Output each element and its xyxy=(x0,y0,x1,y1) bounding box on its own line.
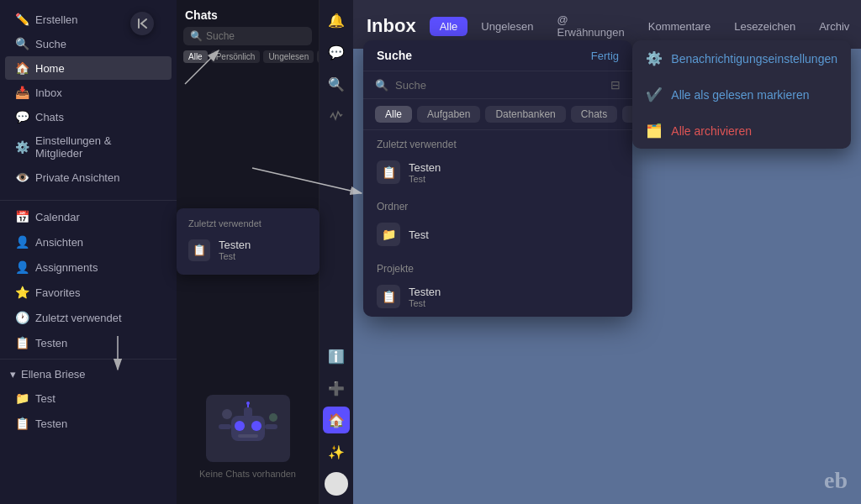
info-strip-item[interactable]: ℹ️ xyxy=(323,343,350,370)
search-icon: 🔍 xyxy=(15,37,29,50)
ordner-title: Ordner xyxy=(377,201,619,213)
ordner-section: Ordner 📁 Test xyxy=(363,192,632,255)
search-overlay-title: Suche xyxy=(377,49,412,62)
search-done-button[interactable]: Fertig xyxy=(591,50,619,62)
sidebar-item-zuletzt[interactable]: 🕐 Zuletzt verwendet xyxy=(5,306,172,329)
dropdown-item-markread[interactable]: ✔️ Alle als gelesen markieren xyxy=(632,76,851,113)
search-filter-icon[interactable]: ⊟ xyxy=(610,78,621,92)
settings-dropdown-icon: ⚙️ xyxy=(646,50,663,66)
chats-empty-text: Keine Chats vorhanden xyxy=(199,469,296,479)
markread-icon: ✔️ xyxy=(646,87,663,102)
rp-item-info: Testen Test xyxy=(219,239,251,261)
svg-point-2 xyxy=(251,421,261,431)
tab-erwahnungen[interactable]: @ Erwähnungen xyxy=(547,10,635,42)
favorites-icon: ⭐ xyxy=(15,286,29,299)
tab-lesezeichen[interactable]: Lesezeichen xyxy=(724,17,806,36)
tab-ungelesen[interactable]: Ungelesen xyxy=(471,17,543,36)
projekte-title: Projekte xyxy=(377,263,619,275)
result-testen-icon: 📋 xyxy=(377,160,400,184)
sf-chats[interactable]: Chats xyxy=(571,106,617,123)
sidebar-item-suche[interactable]: 🔍 Suche xyxy=(5,32,172,55)
filter-ungelesen[interactable]: Ungelesen xyxy=(263,50,314,63)
sidebar-item-test-ws[interactable]: 📁 Test xyxy=(5,386,172,410)
search-input-icon: 🔍 xyxy=(375,79,388,92)
collapse-sidebar-button[interactable] xyxy=(130,12,154,35)
tab-alle[interactable]: Alle xyxy=(430,17,468,36)
archive-icon: 🗂️ xyxy=(646,123,663,139)
search-result-projekte-testen[interactable]: 📋 Testen Test xyxy=(377,280,619,313)
recently-popup: Zuletzt verwendet 📋 Testen Test xyxy=(177,208,320,275)
search-overlay: Suche Fertig 🔍 ⊟ Alle Aufgaben Datenbank… xyxy=(363,40,632,317)
erstellen-icon: ✏️ xyxy=(15,13,29,26)
chats-filter-row: Alle Persönlich Ungelesen Verborgen xyxy=(177,50,319,68)
sidebar-item-inbox[interactable]: 📥 Inbox xyxy=(5,81,172,104)
sparkle-strip-item[interactable]: ✨ xyxy=(323,438,350,465)
sidebar-item-ansichten[interactable]: 👤 Ansichten xyxy=(5,230,172,254)
filter-alle[interactable]: Alle xyxy=(183,50,208,63)
svg-rect-3 xyxy=(238,434,258,438)
filter-persoenlich[interactable]: Persönlich xyxy=(211,50,261,63)
sidebar-item-calendar[interactable]: 📅 Calendar xyxy=(5,205,172,228)
sidebar-item-chats[interactable]: 💬 Chats xyxy=(5,105,172,129)
dropdown-menu: ⚙️ Benachrichtigungseinstellungen ✔️ All… xyxy=(632,40,851,149)
svg-rect-8 xyxy=(265,424,277,429)
sf-ordner[interactable]: Ordner xyxy=(622,106,632,123)
chats-search-input[interactable] xyxy=(206,30,305,42)
tab-archiv[interactable]: Archiv xyxy=(809,17,859,36)
svg-point-10 xyxy=(269,413,277,422)
sidebar-item-einstellungen[interactable]: ⚙️ Einstellungen & Mitglieder xyxy=(5,129,172,165)
circle-strip-item[interactable] xyxy=(325,472,348,496)
sidebar-item-assignments[interactable]: 👤 Assignments xyxy=(5,255,172,279)
user-chevron-icon: ▾ xyxy=(10,368,16,381)
sidebar-item-private[interactable]: 👁️ Private Ansichten xyxy=(5,165,172,189)
sidebar: ✏️ Erstellen 🔍 Suche 🏠 Home 📥 Inbox 💬 Ch… xyxy=(0,0,177,504)
dropdown-item-archive[interactable]: 🗂️ Alle archivieren xyxy=(632,113,851,149)
result-folder-icon: 📁 xyxy=(377,223,400,246)
sf-aufgaben[interactable]: Aufgaben xyxy=(417,106,480,123)
search-filter-row: Alle Aufgaben Datenbanken Chats Ordner D… xyxy=(363,99,632,130)
svg-point-9 xyxy=(222,409,232,419)
search-result-testen[interactable]: 📋 Testen Test xyxy=(377,155,619,189)
projekte-section: Projekte 📋 Testen Test xyxy=(363,255,632,317)
search-input-row: 🔍 ⊟ xyxy=(363,71,632,99)
message-strip-item[interactable]: 💬 xyxy=(323,39,350,66)
sidebar-item-testen[interactable]: 📋 Testen xyxy=(5,331,172,354)
tab-kommentare[interactable]: Kommentare xyxy=(638,17,721,36)
chats-empty-state: Keine Chats vorhanden xyxy=(177,68,319,504)
assignments-icon: 👤 xyxy=(15,260,29,274)
chats-empty-illustration xyxy=(206,395,290,462)
search-result-test-folder[interactable]: 📁 Test xyxy=(377,218,619,251)
home-icon: 🏠 xyxy=(15,61,29,75)
rp-item-icon: 📋 xyxy=(188,239,210,261)
private-icon: 👁️ xyxy=(15,171,29,184)
recently-used-title: Zuletzt verwendet xyxy=(377,139,619,150)
sidebar-item-testen-ws[interactable]: 📋 Testen xyxy=(5,412,172,435)
svg-line-12 xyxy=(141,24,146,28)
svg-line-11 xyxy=(141,19,146,24)
search-strip-item[interactable]: 🔍 xyxy=(323,71,350,97)
recently-popup-item[interactable]: 📋 Testen Test xyxy=(177,234,320,266)
recently-popup-title: Zuletzt verwendet xyxy=(177,217,320,234)
chats-search-box[interactable]: 🔍 xyxy=(183,27,312,45)
sidebar-item-home[interactable]: 🏠 Home xyxy=(5,56,172,80)
sf-datenbanken[interactable]: Datenbanken xyxy=(485,106,565,123)
chats-icon: 💬 xyxy=(15,110,29,123)
search-header: Suche Fertig xyxy=(363,40,632,71)
chats-panel-title: Chats xyxy=(177,0,319,27)
result-projekte-icon: 📋 xyxy=(377,285,400,308)
sf-alle[interactable]: Alle xyxy=(375,106,412,123)
recent-icon: 🕐 xyxy=(15,311,29,324)
result-projekte-info: Testen Test xyxy=(409,286,441,308)
search-overlay-input[interactable] xyxy=(395,79,604,92)
sidebar-item-favorites[interactable]: ⭐ Favorites xyxy=(5,281,172,304)
bell-strip-item[interactable]: 🔔 xyxy=(323,7,350,34)
main-content: Inbox Alle Ungelesen @ Erwähnungen Komme… xyxy=(353,0,861,504)
user-section[interactable]: ▾ Ellena Briese xyxy=(0,363,177,386)
add-strip-item[interactable]: ➕ xyxy=(323,375,350,402)
dropdown-item-settings[interactable]: ⚙️ Benachrichtigungseinstellungen xyxy=(632,40,851,76)
home-strip-item[interactable]: 🏠 xyxy=(323,407,350,433)
chats-search-icon: 🔍 xyxy=(190,30,203,42)
icon-strip: 🔔 💬 🔍 ℹ️ ➕ 🏠 ✨ xyxy=(320,0,353,504)
activity-strip-item[interactable] xyxy=(323,102,350,129)
testen-ws-icon: 📋 xyxy=(15,417,29,430)
